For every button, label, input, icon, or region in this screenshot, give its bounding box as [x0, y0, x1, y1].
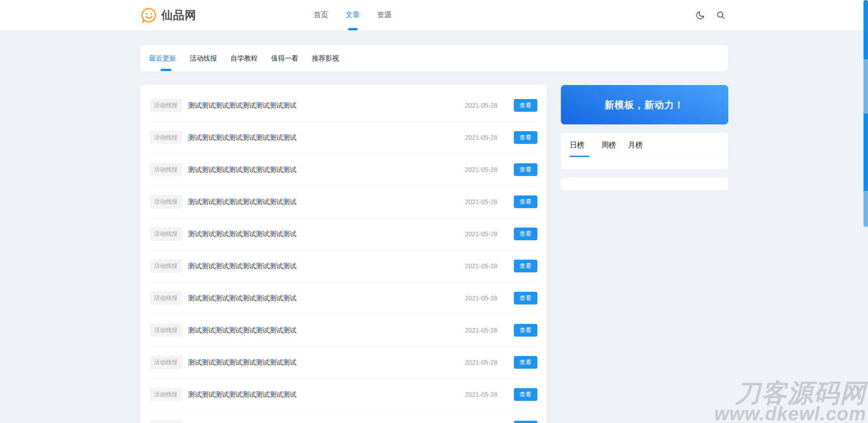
- tab-self-study[interactable]: 自学教程: [224, 45, 265, 71]
- rank-tab-daily[interactable]: 日榜: [570, 141, 589, 157]
- article-title-link[interactable]: 测试测试测试测试测试测试测试测试: [188, 230, 465, 238]
- dark-mode-moon-icon[interactable]: [696, 10, 705, 20]
- category-tab-bar: 最近更新 活动线报 自学教程 值得一看 推荐影视: [140, 45, 728, 71]
- article-date: 2021-05-28: [465, 102, 498, 109]
- view-button[interactable]: 查看: [514, 260, 537, 272]
- site-watermark: 刀客源码网 www.dkewl.com: [714, 381, 866, 423]
- main-nav: 首页 文章 资源: [305, 0, 400, 30]
- article-row: 活动线报 测试测试测试测试测试测试测试测试 2021-05-28 查看: [150, 314, 537, 347]
- article-title-link[interactable]: 测试测试测试测试测试测试测试测试: [188, 166, 465, 174]
- article-category-tag[interactable]: 活动线报: [150, 323, 182, 337]
- watermark-url: www.dkewl.com: [714, 405, 866, 423]
- search-icon[interactable]: [716, 10, 726, 20]
- article-row: 活动线报 测试测试测试测试测试测试测试测试 2021-05-28 查看: [150, 218, 537, 250]
- tab-recent-updates[interactable]: 最近更新: [149, 45, 183, 71]
- article-date: 2021-05-28: [465, 359, 498, 366]
- view-button[interactable]: 查看: [514, 421, 537, 423]
- watermark-title: 刀客源码网: [714, 381, 866, 405]
- article-title-link[interactable]: 测试测试测试测试测试测试测试测试: [188, 101, 465, 110]
- article-category-tag[interactable]: 活动线报: [150, 131, 182, 144]
- site-logo[interactable]: 仙品网: [140, 7, 197, 24]
- article-category-tag[interactable]: 活动线报: [150, 259, 182, 273]
- ranking-tab-bar: 日榜 周榜 月榜: [570, 141, 719, 157]
- article-row: 活动线报 测试测试测试测试测试测试测试测试 2021-05-28 查看: [150, 379, 537, 411]
- article-date: 2021-05-28: [465, 391, 498, 398]
- article-category-tag[interactable]: 活动线报: [150, 420, 182, 423]
- rank-tab-monthly[interactable]: 月榜: [628, 141, 643, 157]
- article-title-link[interactable]: 测试测试测试测试测试测试测试测试: [188, 326, 465, 335]
- article-category-tag[interactable]: 活动线报: [150, 227, 182, 241]
- article-date: 2021-05-28: [465, 166, 498, 173]
- view-button[interactable]: 查看: [514, 163, 537, 176]
- article-date: 2021-05-28: [465, 327, 498, 334]
- header: 仙品网 首页 文章 资源: [0, 0, 868, 31]
- tab-activity-news[interactable]: 活动线报: [183, 45, 224, 71]
- article-title-link[interactable]: 测试测试测试测试测试测试测试测试: [188, 133, 465, 142]
- brand-name: 仙品网: [161, 8, 197, 23]
- smiley-bubble-icon: [140, 7, 157, 24]
- view-button[interactable]: 查看: [514, 356, 537, 369]
- article-date: 2021-05-28: [465, 295, 498, 302]
- article-title-link[interactable]: 测试测试测试测试测试测试测试测试: [188, 262, 465, 271]
- article-category-tag[interactable]: 活动线报: [150, 195, 182, 209]
- article-date: 2021-05-28: [465, 230, 498, 238]
- empty-placeholder-card: [561, 178, 728, 190]
- article-row: 活动线报 测试测试测试测试测试测试测试测试 2021-05-28 查看: [150, 282, 537, 314]
- view-button[interactable]: 查看: [514, 228, 537, 240]
- article-category-tag[interactable]: 活动线报: [150, 291, 182, 305]
- nav-item-home[interactable]: 首页: [305, 0, 337, 30]
- view-button[interactable]: 查看: [514, 324, 537, 337]
- view-button[interactable]: 查看: [514, 292, 537, 304]
- article-category-tag[interactable]: 活动线报: [150, 99, 182, 112]
- nav-item-resources[interactable]: 资源: [369, 0, 400, 30]
- article-title-link[interactable]: 测试测试测试测试测试测试测试测试: [188, 198, 465, 206]
- article-title-link[interactable]: 测试测试测试测试测试测试测试测试: [188, 358, 465, 367]
- rank-tab-weekly[interactable]: 周榜: [602, 141, 616, 157]
- view-button[interactable]: 查看: [514, 195, 537, 208]
- header-icons: [696, 10, 728, 20]
- promo-banner[interactable]: 新模板，新动力！: [561, 85, 728, 124]
- view-button[interactable]: 查看: [514, 99, 537, 112]
- tab-recommended-films[interactable]: 推荐影视: [305, 45, 346, 71]
- article-date: 2021-05-28: [465, 198, 498, 205]
- article-category-tag[interactable]: 活动线报: [150, 356, 182, 369]
- article-category-tag[interactable]: 活动线报: [150, 388, 182, 401]
- article-row: 活动线报 测试测试测试测试测试测试测试测试 2021-05-28 查看: [150, 122, 537, 154]
- view-button[interactable]: 查看: [514, 131, 537, 144]
- article-row: 活动线报 测试测试测试测试测试测试测试测试 2021-05-28 查看: [150, 90, 537, 122]
- article-list-card: 活动线报 测试测试测试测试测试测试测试测试 2021-05-28 查看 活动线报…: [140, 85, 547, 423]
- article-row: 活动线报 测试测试测试测试测试测试测试测试 2021-05-28 查看: [150, 347, 537, 379]
- nav-item-articles[interactable]: 文章: [337, 0, 369, 30]
- article-date: 2021-05-28: [465, 262, 498, 270]
- article-title-link[interactable]: 测试测试测试测试测试测试测试测试: [188, 294, 465, 303]
- article-title-link[interactable]: 测试测试测试测试测试测试测试测试: [188, 390, 465, 399]
- sidebar: 新模板，新动力！ 日榜 周榜 月榜: [561, 85, 728, 190]
- article-row: 活动线报 测试测试测试测试测试测试测试测试 2021-05-28 查看: [150, 411, 537, 423]
- article-row: 活动线报 测试测试测试测试测试测试测试测试 2021-05-28 查看: [150, 154, 537, 186]
- view-button[interactable]: 查看: [514, 388, 537, 401]
- article-row: 活动线报 测试测试测试测试测试测试测试测试 2021-05-28 查看: [150, 250, 537, 282]
- tab-worth-a-look[interactable]: 值得一看: [265, 45, 305, 71]
- article-category-tag[interactable]: 活动线报: [150, 163, 182, 176]
- ranking-card: 日榜 周榜 月榜: [561, 133, 728, 169]
- promo-banner-text: 新模板，新动力！: [605, 99, 684, 111]
- scrollbar-thumb[interactable]: [863, 0, 868, 227]
- article-date: 2021-05-28: [465, 134, 498, 141]
- article-row: 活动线报 测试测试测试测试测试测试测试测试 2021-05-28 查看: [150, 186, 537, 218]
